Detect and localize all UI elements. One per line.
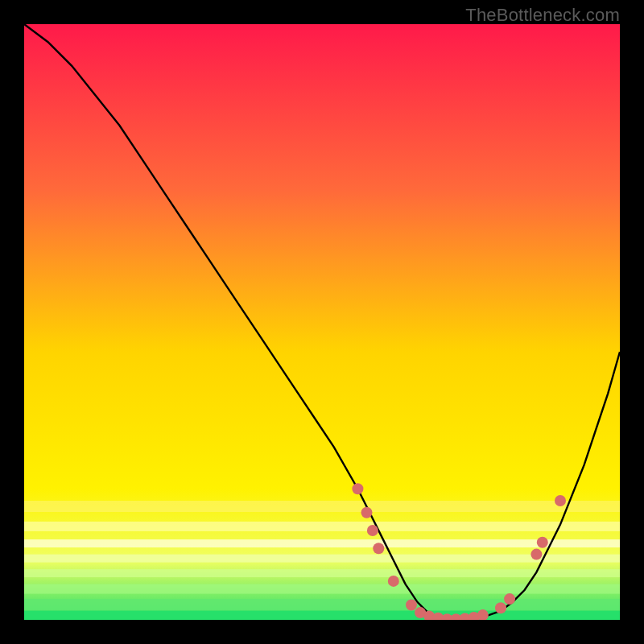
svg-rect-2 xyxy=(24,539,620,547)
data-point xyxy=(373,543,384,554)
data-point xyxy=(352,483,363,494)
data-point xyxy=(495,602,506,613)
watermark-text: TheBottleneck.com xyxy=(465,5,620,26)
data-point xyxy=(537,537,548,548)
svg-rect-6 xyxy=(24,599,620,610)
svg-rect-5 xyxy=(24,584,620,594)
chart-svg xyxy=(24,24,620,620)
data-point xyxy=(367,525,378,536)
data-point xyxy=(406,600,417,611)
svg-rect-7 xyxy=(24,611,620,620)
svg-rect-1 xyxy=(24,522,620,531)
chart-container: TheBottleneck.com xyxy=(0,0,644,644)
data-point xyxy=(530,549,542,560)
plot-area xyxy=(24,24,620,620)
svg-rect-4 xyxy=(24,569,620,577)
svg-rect-3 xyxy=(24,555,620,563)
data-point xyxy=(504,593,515,605)
svg-rect-0 xyxy=(24,501,620,512)
data-point xyxy=(361,507,373,518)
data-point xyxy=(388,576,399,587)
data-point xyxy=(555,495,566,506)
